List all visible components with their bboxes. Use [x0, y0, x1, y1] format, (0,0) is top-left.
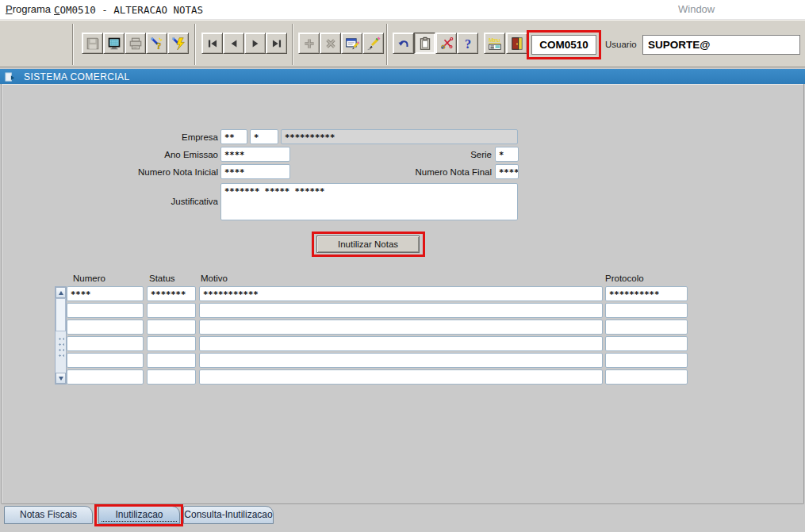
serie-field[interactable]: *	[495, 147, 519, 162]
table-cell[interactable]	[199, 369, 603, 385]
undo-button[interactable]	[393, 33, 414, 54]
menu-button[interactable]: Menu	[484, 33, 505, 54]
toolbar-separator	[292, 24, 293, 65]
table-cell[interactable]	[147, 320, 196, 335]
ano-emissao-label: Ano Emissao	[139, 150, 218, 159]
save-icon	[86, 36, 100, 51]
table-cell[interactable]	[605, 353, 688, 368]
ano-emissao-field[interactable]: ****	[220, 147, 290, 162]
usuario-label: Usuario	[605, 40, 637, 49]
toolbar-separator	[386, 24, 388, 65]
display-button[interactable]	[103, 33, 125, 54]
save-button[interactable]	[82, 33, 103, 54]
numero-nota-inicial-field[interactable]: ****	[220, 164, 290, 179]
numero-nota-final-label: Numero Nota Final	[389, 167, 492, 177]
table-cell[interactable]	[67, 353, 144, 368]
delete-record-button[interactable]	[320, 33, 341, 54]
tab-notas-fiscais[interactable]: Notas Fiscais	[4, 506, 93, 524]
previous-record-button[interactable]	[223, 33, 244, 54]
menu-programa[interactable]: Programa	[6, 3, 51, 15]
scroll-down-button[interactable]	[56, 373, 66, 384]
menu-bar: Programa COM0510 - ALTERACAO NOTAS Windo…	[0, 0, 805, 20]
table-cell[interactable]: ***********	[199, 286, 603, 301]
table-cell[interactable]	[67, 320, 144, 335]
table-cell[interactable]	[199, 320, 603, 335]
table-scrollbar[interactable]	[55, 286, 67, 385]
svg-text:?: ?	[464, 36, 470, 51]
add-record-icon	[302, 36, 316, 51]
table-cell[interactable]	[147, 336, 196, 351]
help-button[interactable]: ?	[457, 33, 478, 54]
inutilizar-notas-button[interactable]: Inutilizar Notas	[316, 235, 420, 253]
clear-field-button[interactable]	[362, 33, 384, 54]
table-cell[interactable]	[67, 369, 144, 385]
edit-window-button[interactable]	[341, 33, 362, 54]
justificativa-field[interactable]: ******* ***** ******	[220, 183, 518, 220]
empresa-label: Empresa	[139, 132, 218, 142]
application-window: Programa COM0510 - ALTERACAO NOTAS Windo…	[0, 0, 805, 532]
menu-icon: Menu	[488, 36, 502, 51]
window-title-bar: SISTEMA COMERCIAL	[0, 69, 805, 84]
table-cell[interactable]	[67, 303, 144, 318]
triangle-down-icon	[59, 377, 63, 381]
previous-record-icon	[227, 36, 241, 51]
usuario-field[interactable]: SUPORTE@	[642, 35, 800, 55]
table-cell[interactable]	[67, 336, 144, 351]
table-cell[interactable]	[605, 303, 688, 318]
print-icon	[128, 36, 143, 51]
numero-nota-final-field[interactable]: ****	[495, 164, 519, 179]
tab-focus-outline	[102, 521, 177, 522]
first-record-icon	[205, 36, 220, 51]
scrollbar-dots	[58, 336, 64, 358]
last-record-button[interactable]	[266, 33, 287, 54]
table-cell[interactable]	[605, 336, 688, 351]
empresa-digit-field[interactable]: *	[250, 129, 278, 144]
execute-button[interactable]	[167, 33, 189, 54]
triangle-up-icon	[59, 291, 63, 295]
table-cell[interactable]	[605, 320, 688, 335]
toolbar-separator	[72, 24, 74, 65]
edit-window-icon	[345, 36, 359, 51]
table-cell[interactable]: ****	[67, 286, 144, 301]
print-button[interactable]	[125, 33, 146, 54]
table-cell[interactable]	[605, 369, 688, 385]
exit-door-icon	[510, 36, 524, 51]
clear-pencil-icon	[366, 36, 381, 51]
add-record-button[interactable]	[298, 33, 320, 54]
first-record-button[interactable]	[201, 33, 223, 54]
scroll-up-button[interactable]	[56, 287, 66, 298]
table-cell[interactable]	[199, 353, 603, 368]
menu-window[interactable]: Window	[678, 3, 715, 15]
next-record-icon	[248, 36, 263, 51]
next-record-button[interactable]	[244, 33, 266, 54]
empresa-name-field: **********	[281, 129, 518, 144]
table-cell[interactable]: *******	[147, 286, 196, 301]
clipboard-button[interactable]	[414, 33, 435, 54]
window-title: SISTEMA COMERCIAL	[24, 71, 130, 82]
empresa-code-field[interactable]: **	[220, 129, 247, 144]
cut-button[interactable]	[435, 33, 457, 54]
table-cell[interactable]: **********	[605, 286, 688, 301]
tab-bar: Notas Fiscais Inutilizacao Consulta-Inut…	[0, 504, 805, 532]
serie-label: Serie	[412, 150, 492, 159]
menu-program-title: COM0510 - ALTERACAO NOTAS	[54, 4, 203, 16]
query-button[interactable]: ?	[146, 33, 167, 54]
justificativa-label: Justificativa	[139, 197, 218, 206]
table-cell[interactable]	[147, 303, 196, 318]
last-record-icon	[270, 36, 284, 51]
exit-button[interactable]	[506, 33, 527, 54]
table-cell[interactable]	[199, 303, 603, 318]
table-cell[interactable]	[147, 353, 196, 368]
wand-lightning-icon	[171, 36, 186, 51]
scrollbar-thumb[interactable]	[56, 298, 66, 331]
table-cell[interactable]	[199, 336, 603, 351]
svg-text:Menu: Menu	[489, 36, 500, 44]
tab-inutilizacao[interactable]: Inutilizacao	[98, 506, 180, 524]
col-header-protocolo: Protocolo	[605, 274, 644, 283]
tab-consulta-inutilizacao[interactable]: Consulta-Inutilizacao	[183, 506, 274, 524]
col-header-motivo: Motivo	[201, 274, 228, 283]
table-cell[interactable]	[147, 369, 196, 385]
program-code-field[interactable]: COM0510	[531, 35, 596, 55]
toolbar: ?	[0, 20, 805, 67]
toolbar-separator	[194, 24, 196, 65]
